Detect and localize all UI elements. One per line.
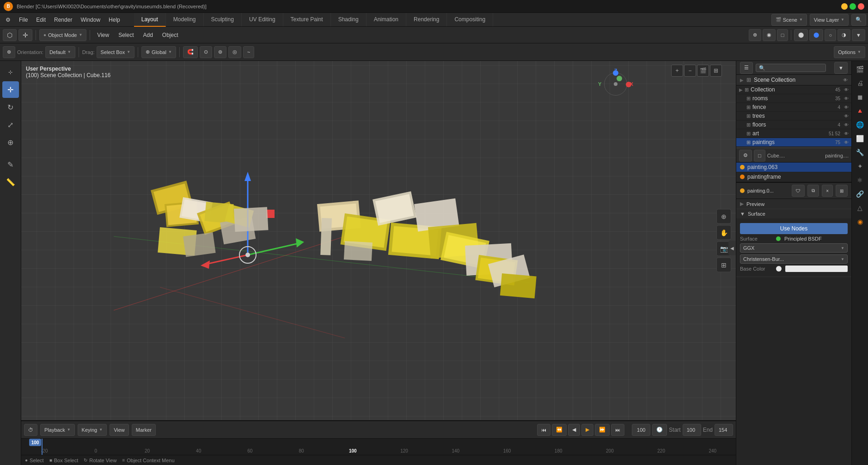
outliner-item-floors[interactable]: ⊞ floors 4 👁 xyxy=(736,121,851,129)
viewport-add-menu[interactable]: Add xyxy=(140,30,157,40)
props-editor-btn[interactable]: ⚙ xyxy=(739,150,752,162)
base-color-swatch[interactable] xyxy=(776,266,782,272)
viewport-layout-icon[interactable]: ⊞ xyxy=(716,258,731,272)
props-scene-icon[interactable]: 🔺 xyxy=(854,104,867,117)
christensen-dropdown[interactable]: Christensen-Bur... ▼ xyxy=(740,254,848,264)
playback-dropdown[interactable]: Playback ▼ xyxy=(40,424,75,436)
sidebar-scale-icon[interactable]: ⤢ xyxy=(2,116,19,133)
surface-section-header[interactable]: ▼ Surface xyxy=(736,209,851,218)
floors-eye[interactable]: 👁 xyxy=(844,122,849,127)
tab-compositing[interactable]: Compositing xyxy=(447,13,493,27)
vp-zoom-in[interactable]: + xyxy=(671,65,683,77)
start-frame-input[interactable]: 100 xyxy=(683,424,701,436)
viewport-xray-btn[interactable]: □ xyxy=(777,29,789,41)
edit-menu[interactable]: Edit xyxy=(32,15,49,24)
tab-rendering[interactable]: Rendering xyxy=(406,13,447,27)
viewport-gizmo-btn[interactable]: ⊕ xyxy=(749,29,761,41)
viewport-solid-btn[interactable]: ⬤ xyxy=(794,29,808,41)
props-world-icon[interactable]: 🌐 xyxy=(854,118,867,131)
object-data-btn[interactable]: □ xyxy=(754,150,765,162)
sidebar-select-icon[interactable]: ⊹ xyxy=(2,64,19,80)
status-rotate-view[interactable]: ↻ Rotate View xyxy=(84,458,116,463)
paintings-eye[interactable]: 👁 xyxy=(844,140,849,145)
viewport-options-chevron[interactable]: ▼ xyxy=(852,29,865,41)
status-context-menu[interactable]: ≡ Object Context Menu xyxy=(122,458,174,463)
outliner-filter-btn[interactable]: ▼ xyxy=(834,62,848,74)
marker-dropdown[interactable]: Marker xyxy=(132,424,156,436)
use-nodes-button[interactable]: Use Nodes xyxy=(740,223,848,234)
viewport-lookdev-btn[interactable]: ◑ xyxy=(837,29,850,41)
jump-end-btn[interactable]: ⏭ xyxy=(611,424,624,436)
ggx-dropdown[interactable]: GGX ▼ xyxy=(740,243,848,253)
tab-modeling[interactable]: Modeling xyxy=(166,13,204,27)
extra-btn1[interactable]: ◎ xyxy=(228,46,241,58)
props-particles-icon[interactable]: ✦ xyxy=(854,160,867,173)
vp-zoom-out[interactable]: − xyxy=(684,65,696,77)
play-reverse-btn[interactable]: ◀ xyxy=(568,424,580,436)
material-extra-btn[interactable]: ⊞ xyxy=(836,185,848,197)
viewport-overlay-btn[interactable]: ◉ xyxy=(763,29,776,41)
material-copy-btn[interactable]: ⧉ xyxy=(807,185,819,197)
maximize-button[interactable] xyxy=(850,3,856,10)
end-frame-input[interactable]: 154 xyxy=(715,424,733,436)
sidebar-measure-icon[interactable]: 📏 xyxy=(2,174,19,190)
minimize-button[interactable] xyxy=(841,3,848,10)
props-object-icon[interactable]: ⬜ xyxy=(854,132,867,145)
help-menu[interactable]: Help xyxy=(105,15,124,24)
material-shield-btn[interactable]: 🛡 xyxy=(792,185,805,197)
pivot-btn[interactable]: ⊚ xyxy=(214,46,226,58)
snapping-btn[interactable]: 🧲 xyxy=(183,46,198,58)
outliner-item-rooms[interactable]: ⊞ rooms 35 👁 xyxy=(736,94,851,103)
timeline-ruler[interactable]: 100 -20 0 20 40 60 80 100 120 140 xyxy=(21,438,736,455)
props-data-icon[interactable]: △ xyxy=(854,201,867,214)
props-output-icon[interactable]: 🖨 xyxy=(854,77,867,90)
obj-painting-063[interactable]: painting.063 xyxy=(736,163,851,172)
outliner-item-art[interactable]: ⊞ art 51 52 👁 xyxy=(736,129,851,138)
viewport-3d[interactable]: User Perspective (100) Scene Collection … xyxy=(21,61,736,420)
transform-button[interactable]: ✛ xyxy=(18,29,32,41)
file-menu[interactable]: File xyxy=(15,15,31,24)
outliner-editor-btn[interactable]: ☰ xyxy=(740,62,753,74)
material-close-btn[interactable]: × xyxy=(822,185,833,197)
viewport-material-btn[interactable]: ⬤ xyxy=(809,29,823,41)
editor-type-button[interactable]: ⬡ xyxy=(3,29,17,41)
viewport-select-menu[interactable]: Select xyxy=(115,30,137,40)
preview-section-header[interactable]: ▶ Preview xyxy=(736,199,851,209)
collapse-right-arrow[interactable]: ◀ xyxy=(728,241,736,255)
trees-eye[interactable]: 👁 xyxy=(844,114,849,119)
base-color-gradient[interactable] xyxy=(785,266,848,272)
tab-sculpting[interactable]: Sculpting xyxy=(204,13,242,27)
keying-dropdown[interactable]: Keying ▼ xyxy=(78,424,107,436)
props-modifier-icon[interactable]: 🔧 xyxy=(854,146,867,159)
timeline-editor-btn[interactable]: ⏱ xyxy=(24,424,37,436)
rooms-eye[interactable]: 👁 xyxy=(844,96,849,101)
options-dropdown[interactable]: Options ▼ xyxy=(834,46,865,58)
prev-keyframe-btn[interactable]: ⏪ xyxy=(552,424,567,436)
render-menu[interactable]: Render xyxy=(50,15,76,24)
viewport-zoom-icon[interactable]: ⊕ xyxy=(716,209,731,224)
view-dropdown[interactable]: View xyxy=(110,424,129,436)
proportional-btn[interactable]: ⊙ xyxy=(200,46,212,58)
close-button[interactable] xyxy=(858,3,864,10)
props-physics-icon[interactable]: ⚛ xyxy=(854,174,867,187)
viewport-view-menu[interactable]: View xyxy=(93,30,113,40)
props-material-icon[interactable]: ◉ xyxy=(854,215,867,228)
jump-start-btn[interactable]: ⏮ xyxy=(537,424,550,436)
tab-layout[interactable]: Layout xyxy=(134,13,166,27)
outliner-search-input[interactable] xyxy=(756,64,826,72)
tab-shading[interactable]: Shading xyxy=(331,13,367,27)
play-btn[interactable]: ▶ xyxy=(581,424,593,436)
scene-dropdown[interactable]: 🎬 Scene ▼ xyxy=(771,14,807,26)
drag-dropdown[interactable]: Select Box ▼ xyxy=(97,46,135,58)
global-dropdown[interactable]: ⊕ Global ▼ xyxy=(141,46,176,58)
collection-eye[interactable]: 👁 xyxy=(844,87,849,92)
window-menu[interactable]: Window xyxy=(77,15,104,24)
outliner-item-collection[interactable]: ▶ ⊞ Collection 45 👁 xyxy=(736,85,851,94)
search-button[interactable]: 🔍 xyxy=(851,14,866,26)
sidebar-transform-icon[interactable]: ⊕ xyxy=(2,134,19,151)
frame-input[interactable]: 100 xyxy=(632,424,650,436)
object-mode-dropdown[interactable]: ● Object Mode ▼ xyxy=(39,29,86,41)
tab-animation[interactable]: Animation xyxy=(367,13,406,27)
fence-eye[interactable]: 👁 xyxy=(844,105,849,110)
art-eye[interactable]: 👁 xyxy=(844,131,849,136)
